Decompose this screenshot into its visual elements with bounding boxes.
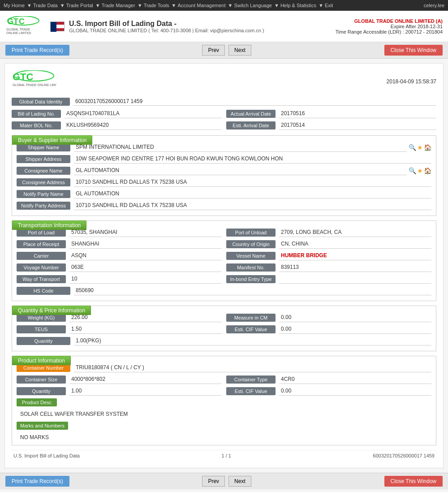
teus-value: 1.50 (69, 325, 222, 334)
carrier-vessel-row: Carrier ASQN Vessel Name HUMBER BRIDGE (17, 251, 431, 260)
shipper-search-icon[interactable]: 🔍 (409, 144, 416, 151)
actual-arrival-col: Actual Arrival Date 20170516 (226, 109, 436, 118)
notify-party-name-row: Notify Party Name GL AUTOMATION (17, 190, 431, 199)
consignee-address-row: Consignee Address 10710 SANDHILL RD DALL… (17, 178, 431, 187)
company-name: GLOBAL TRADE ONLINE LIMITED (A) (336, 18, 443, 24)
next-button[interactable]: Next (228, 45, 251, 56)
product-desc-value: SOLAR CELL WAFER TRANSFER SYSTEM (17, 409, 431, 419)
svg-text:ONLINE LIMITED: ONLINE LIMITED (6, 31, 31, 35)
consignee-home-icon[interactable]: 🏠 (424, 167, 431, 174)
nav-trade-data[interactable]: Trade Data (33, 3, 58, 8)
port-unload-value: 2709, LONG BEACH, CA (279, 228, 431, 237)
shipper-address-row: Shipper Address 10W SEAPOWER IND CENTRE … (17, 155, 431, 164)
vessel-name-value: HUMBER BRIDGE (279, 251, 431, 260)
global-data-identity-value: 600320170526000017 1459 (73, 97, 436, 106)
carrier-value: ASQN (69, 251, 222, 260)
consignee-star-icon[interactable]: ★ (417, 167, 423, 174)
mater-bol-value: KKLUSH9569420 (65, 121, 222, 130)
consignee-name-row: Consignee Name GL AUTOMATION 🔍 ★ 🏠 (17, 166, 431, 175)
marks-numbers-row: Marks and Numbers (17, 422, 431, 430)
nav-trade-manager[interactable]: Trade Manager (102, 3, 135, 8)
nav-trade-tools[interactable]: Trade Tools (144, 3, 169, 8)
product-desc-row: Product Desc (17, 398, 431, 406)
record-footer-left: U.S. Import Bill of Lading Data (13, 453, 80, 458)
shipper-home-icon[interactable]: 🏠 (424, 144, 431, 151)
port-load-value: 57035, SHANGHAI (69, 228, 222, 237)
prod-qty-value: 1.00 (69, 387, 222, 396)
nav-exit[interactable]: Exit (325, 3, 333, 8)
notify-party-name-label: Notify Party Name (17, 190, 70, 198)
nav-account-management[interactable]: Account Management (178, 3, 226, 8)
cif-label: Esti. CIF Value (226, 325, 276, 333)
hs-code-label: HS Code (17, 287, 70, 295)
actual-arrival-value: 20170516 (279, 109, 436, 118)
marks-numbers-label: Marks and Numbers (17, 422, 68, 430)
prod-cif-label: Esti. CIF Value (226, 387, 276, 395)
bottom-next-button[interactable]: Next (228, 476, 251, 487)
bol-arrival-row: Bill of Lading No. ASQNSH17040781LA Actu… (12, 109, 436, 118)
bottom-print-button[interactable]: Print Trade Record(s) (5, 476, 69, 487)
measure-value: 0.00 (279, 313, 431, 322)
place-receipt-col: Place of Receipt SHANGHAI (17, 240, 222, 249)
card-logo: GTC GLOBAL TRADE ONLINE LIMITED (12, 70, 56, 93)
measure-label: Measure in CM (226, 314, 276, 322)
global-data-identity-label: Global Data Identity (12, 98, 70, 106)
print-button[interactable]: Print Trade Record(s) (5, 45, 69, 56)
logo-area: G T C GLOBAL TRADE ONLINE LIMITED (5, 16, 41, 36)
voyage-label: Voyage Number (17, 263, 66, 272)
close-button[interactable]: Close This Window (384, 45, 443, 56)
container-size-col: Container Size 4000*806*802 (17, 375, 222, 384)
actual-arrival-label: Actual Arrival Date (226, 110, 276, 118)
product-section-label-wrap: Product Information (12, 356, 71, 365)
nav-my-home[interactable]: My Home (4, 3, 25, 8)
product-section: Product Information Container Number TRI… (12, 356, 436, 445)
nav-trade-portal[interactable]: Trade Portal (66, 3, 93, 8)
esti-arrival-col: Esti. Arrival Date 20170514 (226, 121, 436, 130)
transportation-section-label: Transportation Information (12, 220, 86, 230)
svg-text:GLOBAL TRADE: GLOBAL TRADE (6, 28, 30, 31)
way-transport-label: Way of Transport (17, 275, 66, 283)
bottom-close-button[interactable]: Close This Window (384, 476, 443, 487)
nav-switch-language[interactable]: Switch Language (234, 3, 272, 8)
prod-cif-value: 0.00 (279, 387, 431, 396)
page-title: U.S. Import Bill of Lading Data - (69, 20, 336, 28)
esti-arrival-label: Esti. Arrival Date (226, 121, 276, 129)
transportation-section: Transportation Information Port of Load … (12, 220, 436, 301)
top-navigation: My Home ▼ Trade Data ▼ Trade Portal ▼ Tr… (0, 0, 448, 11)
transportation-section-label-wrap: Transportation Information (12, 220, 86, 230)
hs-code-value: 850690 (74, 286, 431, 295)
card-header: GTC GLOBAL TRADE ONLINE LIMITED 2018-04-… (12, 70, 436, 93)
bottom-prev-button[interactable]: Prev (202, 476, 225, 487)
global-data-identity-row: Global Data Identity 600320170526000017 … (12, 97, 436, 106)
prod-cif-col: Esti. CIF Value 0.00 (226, 387, 431, 396)
measure-col: Measure in CM 0.00 (226, 313, 431, 322)
shipper-star-icon[interactable]: ★ (417, 144, 423, 151)
nav-help-statistics[interactable]: Help & Statistics (280, 3, 316, 8)
hs-code-row: HS Code 850690 (17, 286, 431, 295)
weight-value: 226.00 (69, 313, 222, 322)
consignee-search-icon[interactable]: 🔍 (409, 167, 416, 174)
company-contact: GLOBAL TRADE ONLINE LIMITED ( Tel: 400-7… (69, 28, 336, 33)
voyage-col: Voyage Number 063E (17, 263, 222, 272)
page-header: G T C GLOBAL TRADE ONLINE LIMITED U.S. I… (0, 11, 448, 42)
vessel-name-col: Vessel Name HUMBER BRIDGE (226, 251, 431, 260)
cif-value: 0.00 (279, 325, 431, 334)
cif-col: Esti. CIF Value 0.00 (226, 325, 431, 334)
record-footer-middle: 1 / 1 (221, 453, 231, 458)
header-right: GLOBAL TRADE ONLINE LIMITED (A) Expire A… (336, 18, 443, 35)
product-section-label: Product Information (12, 356, 71, 365)
qty-row: Quantity 1.00(PKG) (17, 337, 431, 345)
prev-button[interactable]: Prev (202, 45, 225, 56)
container-type-label: Container Type (226, 375, 276, 384)
container-size-value: 4000*806*802 (69, 375, 222, 384)
container-number-value: TRIU8180874 ( CN / L / CY ) (74, 363, 431, 372)
bol-no-label: Bill of Lading No. (12, 110, 61, 118)
way-transport-value: 10 (69, 275, 222, 284)
mater-esti-row: Mater BOL No. KKLUSH9569420 Esti. Arriva… (12, 121, 436, 130)
consignee-address-value: 10710 SANDHILL RD DALLAS TX 75238 USA (74, 178, 431, 187)
consignee-name-label: Consignee Name (17, 167, 70, 175)
mater-bol-col: Mater BOL No. KKLUSH9569420 (12, 121, 222, 130)
record-footer-right: 600320170526000017 1459 (373, 453, 435, 458)
header-title-area: U.S. Import Bill of Lading Data - GLOBAL… (69, 20, 336, 33)
buyer-supplier-section: Buyer & Supplier Information Shipper Nam… (12, 135, 436, 216)
